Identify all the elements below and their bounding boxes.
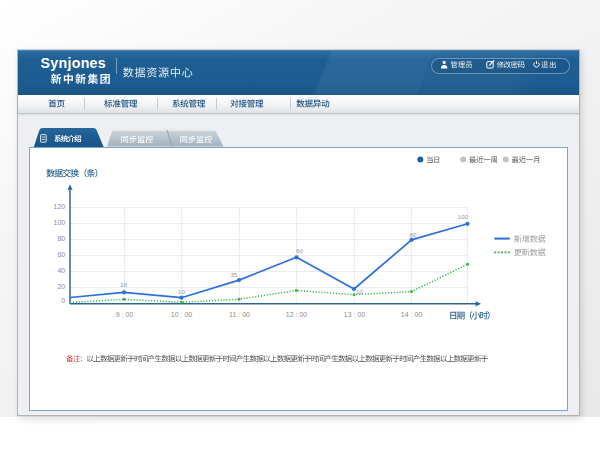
svg-text:80: 80: [410, 231, 417, 238]
svg-text:40: 40: [57, 267, 65, 274]
svg-text:12 : 00: 12 : 00: [286, 311, 308, 318]
svg-text:18: 18: [120, 281, 127, 288]
svg-text:60: 60: [57, 251, 65, 258]
svg-text:10: 10: [356, 288, 363, 295]
svg-text:10 : 00: 10 : 00: [171, 311, 193, 318]
svg-text:20: 20: [57, 283, 65, 290]
svg-text:10: 10: [178, 288, 185, 295]
svg-text:0: 0: [61, 297, 65, 304]
svg-text:100: 100: [54, 219, 66, 226]
svg-text:35: 35: [231, 271, 238, 278]
svg-text:11 : 00: 11 : 00: [229, 311, 250, 318]
svg-text:9 : 00: 9 : 00: [116, 311, 134, 318]
svg-text:60: 60: [296, 247, 303, 254]
svg-text:100: 100: [458, 213, 469, 220]
svg-text:120: 120: [54, 203, 66, 210]
svg-text:14 : 00: 14 : 00: [401, 311, 423, 318]
svg-text:80: 80: [57, 235, 65, 242]
svg-text:Synjones: Synjones: [41, 55, 106, 71]
svg-text:13 : 00: 13 : 00: [344, 311, 366, 318]
